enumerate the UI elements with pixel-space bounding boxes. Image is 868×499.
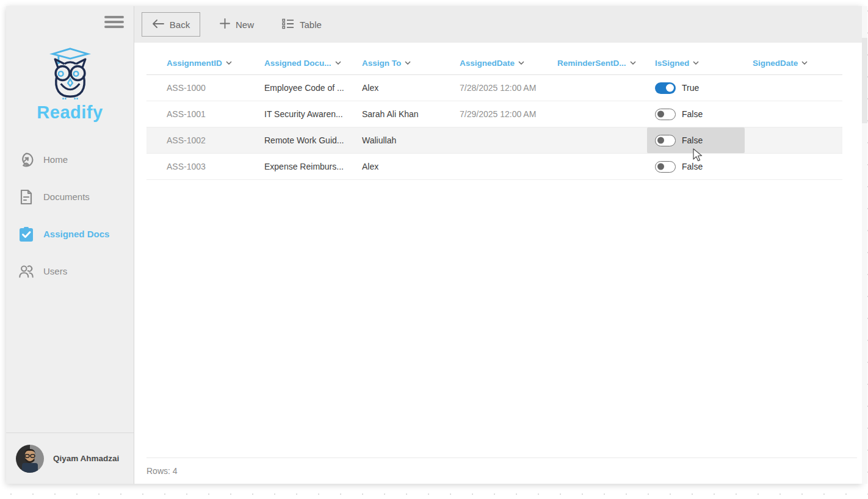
- chevron-down-icon: [801, 61, 808, 65]
- cell-assign-to: Alex: [354, 75, 452, 101]
- document-icon: [18, 189, 34, 205]
- users-icon: [18, 264, 34, 279]
- cell-assigned-date: 7/28/2025 12:00 AM: [452, 75, 549, 101]
- list-icon: [282, 18, 294, 31]
- table-header-row: AssignmentID Assigned Docu... Assign To …: [146, 51, 842, 75]
- cell-reminder-sent-date: [549, 154, 647, 179]
- cell-assigned-date: [452, 154, 549, 179]
- cell-reminder-sent-date: [549, 75, 647, 101]
- back-button[interactable]: Back: [142, 12, 200, 37]
- cell-is-signed: False: [647, 101, 745, 127]
- toggle-label: False: [682, 162, 703, 171]
- chevron-down-icon: [518, 61, 524, 65]
- row-count: Rows: 4: [146, 466, 178, 476]
- avatar: [16, 445, 44, 473]
- column-header-issigned[interactable]: IsSigned: [647, 59, 745, 68]
- cell-assign-to: Alex: [354, 154, 452, 179]
- owl-logo-icon: [41, 46, 99, 100]
- column-header-remindersentdate[interactable]: ReminderSentD...: [549, 59, 647, 68]
- cell-assigned-date: 7/29/2025 12:00 AM: [452, 101, 549, 127]
- is-signed-toggle[interactable]: [655, 109, 676, 120]
- is-signed-toggle[interactable]: [655, 135, 676, 146]
- table-row-hovered[interactable]: ASS-1002 Remote Work Guid... Waliullah F…: [146, 127, 842, 154]
- sidebar-nav: Home Documents: [6, 141, 134, 290]
- chevron-down-icon: [405, 61, 411, 65]
- vertical-scrollbar[interactable]: [862, 6, 867, 484]
- cell-is-signed-selected[interactable]: False: [647, 127, 745, 153]
- column-header-assignmentid[interactable]: AssignmentID: [146, 59, 256, 68]
- cell-assigned-document: Employee Code of ...: [256, 75, 354, 101]
- table-footer: Rows: 4: [146, 458, 857, 484]
- assigned-docs-icon: [18, 226, 34, 242]
- cell-assigned-document: Expense Reimburs...: [256, 154, 354, 179]
- plus-icon: [220, 18, 230, 31]
- hamburger-menu-icon[interactable]: [104, 16, 124, 31]
- column-header-assign-to[interactable]: Assign To: [354, 59, 452, 68]
- column-header-signeddate[interactable]: SignedDate: [745, 59, 842, 68]
- chevron-down-icon: [630, 61, 636, 65]
- main-area: Back New Table: [134, 6, 862, 484]
- sidebar-item-documents[interactable]: Documents: [6, 178, 134, 215]
- table-row[interactable]: ASS-1003 Expense Reimburs... Alex False: [146, 154, 842, 180]
- new-button[interactable]: New: [220, 18, 254, 31]
- sidebar-item-label: Users: [43, 266, 67, 276]
- column-header-assigneddate[interactable]: AssignedDate: [452, 59, 549, 68]
- cell-reminder-sent-date: [549, 127, 647, 153]
- cell-assigned-document: IT Security Awaren...: [256, 101, 354, 127]
- sidebar-item-home[interactable]: Home: [6, 141, 134, 178]
- data-table: AssignmentID Assigned Docu... Assign To …: [146, 51, 842, 180]
- cell-assignment-id: ASS-1000: [146, 75, 256, 101]
- toggle-label: False: [682, 135, 703, 145]
- brand-logo: Readify: [6, 46, 134, 123]
- table-row[interactable]: ASS-1000 Employee Code of ... Alex 7/28/…: [146, 75, 842, 101]
- sidebar-item-label: Documents: [43, 192, 90, 202]
- sidebar-item-label: Assigned Docs: [43, 229, 109, 239]
- cell-reminder-sent-date: [549, 101, 647, 127]
- table-row[interactable]: ASS-1001 IT Security Awaren... Sarah Ali…: [146, 101, 842, 127]
- table-panel: AssignmentID Assigned Docu... Assign To …: [134, 43, 862, 484]
- table-view-button[interactable]: Table: [282, 18, 322, 31]
- toggle-label: False: [682, 109, 703, 119]
- cell-assignment-id: ASS-1003: [146, 154, 256, 179]
- sidebar: Readify Home: [6, 6, 134, 484]
- cell-assigned-document: Remote Work Guid...: [256, 127, 354, 153]
- home-gauge-icon: [18, 152, 34, 168]
- is-signed-toggle[interactable]: [655, 82, 676, 94]
- column-header-assigned-document[interactable]: Assigned Docu...: [256, 59, 354, 68]
- sidebar-item-users[interactable]: Users: [6, 253, 134, 290]
- toolbar: Back New Table: [134, 6, 862, 43]
- cell-signed-date: [745, 101, 842, 127]
- toggle-label: True: [682, 83, 699, 93]
- chevron-down-icon: [226, 61, 232, 65]
- chevron-down-icon: [335, 61, 341, 65]
- app-window: Readify Home: [6, 6, 862, 484]
- cell-is-signed: False: [647, 154, 745, 179]
- back-arrow-icon: [152, 20, 164, 30]
- cell-assign-to: Waliullah: [354, 127, 452, 153]
- cell-is-signed: True: [647, 75, 745, 101]
- user-profile[interactable]: Qiyam Ahmadzai: [6, 433, 134, 484]
- user-name: Qiyam Ahmadzai: [53, 454, 119, 463]
- cell-assigned-date: [452, 127, 549, 153]
- sidebar-item-assigned-docs[interactable]: Assigned Docs: [6, 215, 134, 253]
- cell-signed-date: [745, 127, 842, 153]
- sidebar-item-label: Home: [43, 154, 68, 165]
- cell-signed-date: [745, 154, 842, 179]
- is-signed-toggle[interactable]: [655, 161, 676, 173]
- brand-name: Readify: [6, 102, 134, 123]
- cell-assign-to: Sarah Ali Khan: [354, 101, 452, 127]
- cell-assignment-id: ASS-1001: [146, 101, 256, 127]
- chevron-down-icon: [693, 61, 699, 65]
- cell-assignment-id: ASS-1002: [146, 127, 256, 153]
- cell-signed-date: [745, 75, 842, 101]
- scrollbar-thumb[interactable]: [862, 38, 867, 123]
